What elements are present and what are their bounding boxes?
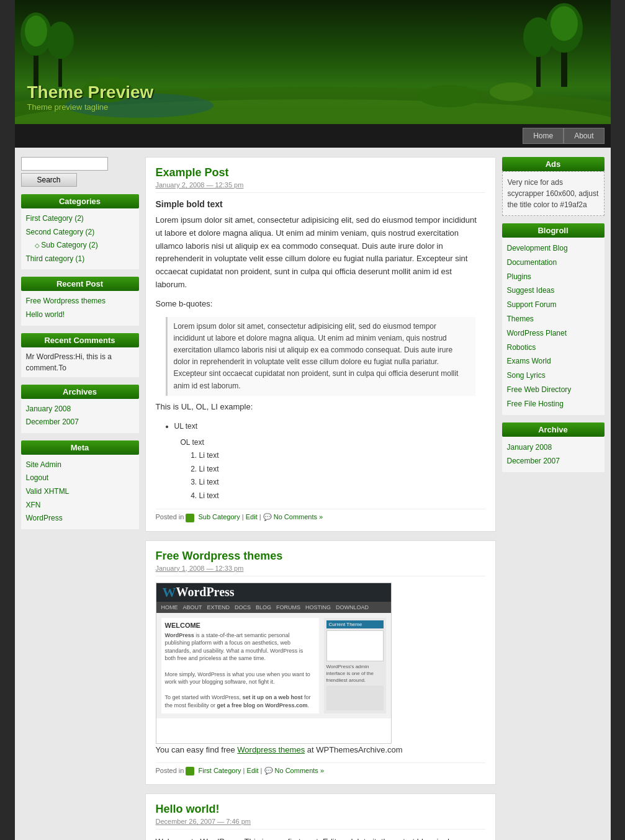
nav-about[interactable]: About: [564, 128, 604, 144]
ol-text: OL text: [181, 438, 485, 447]
sidebar-right: Ads Very nice for ads scycrapper 160x600…: [502, 157, 605, 840]
post-3-title: Hello world!: [156, 803, 485, 816]
post-1-body: Lorem ipsum dolor sit amet, consectetur …: [156, 214, 485, 292]
category-sub[interactable]: Sub Category (2): [26, 239, 134, 252]
post-2-body: You can easy find free Wordpress themes …: [156, 744, 485, 757]
blogroll-link-file-host[interactable]: Free File Hosting: [507, 397, 600, 411]
archive-title-right: Archive: [502, 422, 605, 437]
svg-point-14: [523, 17, 553, 57]
blogroll-link-planet[interactable]: WordPress Planet: [507, 326, 600, 341]
wp-welcome-box: WELCOME WordPress is a state-of-the-art …: [161, 618, 319, 713]
post-3-title-link[interactable]: Hello world!: [156, 803, 220, 815]
post-2-footer: Posted in First Category | Edit | 💬 No C…: [156, 762, 485, 775]
comment-icon: 💬: [264, 767, 273, 774]
search-button[interactable]: Search: [21, 173, 77, 187]
search-widget: Search: [21, 157, 139, 187]
blogroll-link-songs[interactable]: Song Lyrics: [507, 369, 600, 383]
navigation: Home About: [15, 124, 611, 148]
post-2-category[interactable]: First Category: [198, 767, 241, 774]
recent-comment-1: Mr WordPress:Hi, this is a comment.To: [26, 351, 134, 373]
blogroll-link-forum[interactable]: Support Forum: [507, 298, 600, 312]
main-content: Example Post January 2, 2008 — 12:35 pm …: [145, 157, 496, 840]
post-3: Hello world! December 26, 2007 — 7:46 pm…: [145, 793, 496, 840]
header-text: Theme Preview Theme preview tagline: [27, 83, 154, 112]
ads-text: Very nice for ads scycrapper 160x600, ad…: [508, 177, 599, 210]
svg-point-9: [47, 22, 74, 59]
blogroll-content: Development Blog Documentation Plugins S…: [502, 238, 605, 415]
meta-wordpress[interactable]: WordPress: [26, 512, 134, 525]
meta-title: Meta: [21, 440, 139, 455]
list-item: Li text: [199, 463, 485, 476]
archive-content-right: January 2008 December 2007: [502, 437, 605, 473]
post-3-body: Welcome to WordPress. This is your first…: [156, 836, 485, 840]
archive-dec-2007[interactable]: December 2007: [26, 416, 134, 429]
post-1-bold: Simple bold text: [156, 199, 485, 209]
site-header: Theme Preview Theme preview tagline: [15, 0, 611, 124]
recent-post-1[interactable]: Free Wordpress themes: [26, 295, 134, 308]
post-2-comments[interactable]: No Comments »: [275, 767, 324, 774]
category-third[interactable]: Third category (1): [26, 252, 134, 266]
wordpress-themes-link[interactable]: Wordpress themes: [237, 745, 305, 754]
post-1-blockquote-label: Some b-quotes:: [156, 298, 485, 311]
categories-widget: Categories First Category (2) Second Cat…: [21, 194, 139, 269]
post-1-edit[interactable]: Edit: [246, 513, 258, 521]
blogroll-widget: Blogroll Development Blog Documentation …: [502, 223, 605, 415]
ads-title: Ads: [502, 157, 605, 171]
blogroll-link-web-dir[interactable]: Free Web Directory: [507, 383, 600, 397]
post-1-list-label: This is UL, OL, LI example:: [156, 401, 485, 414]
post-2-title-link[interactable]: Free Wordpress themes: [156, 550, 283, 562]
meta-site-admin[interactable]: Site Admin: [26, 458, 134, 472]
list-item: Li text: [199, 476, 485, 489]
post-1-title-link[interactable]: Example Post: [156, 166, 229, 179]
post-2-edit[interactable]: Edit: [247, 767, 259, 774]
archive-widget-right: Archive January 2008 December 2007: [502, 422, 605, 473]
meta-valid-xhtml[interactable]: Valid XHTML: [26, 485, 134, 499]
comment-icon: 💬: [263, 513, 272, 521]
recent-comments-widget: Recent Comments Mr WordPress:Hi, this is…: [21, 333, 139, 377]
blogroll-link-docs[interactable]: Documentation: [507, 256, 600, 270]
blogroll-link-robotics[interactable]: Robotics: [507, 341, 600, 355]
meta-logout[interactable]: Logout: [26, 471, 134, 485]
archive-jan-2008[interactable]: January 2008: [26, 403, 134, 416]
meta-widget: Meta Site Admin Logout Valid XHTML XFN W…: [21, 440, 139, 529]
wp-logo: W: [163, 584, 176, 601]
site-tagline: Theme preview tagline: [27, 102, 154, 112]
svg-point-17: [490, 83, 533, 101]
post-1-blockquote: Lorem ipsum dolor sit amet, consectetur …: [166, 317, 475, 396]
post-2-date: January 1, 2008 — 12:33 pm: [156, 565, 485, 576]
recent-comments-title: Recent Comments: [21, 333, 139, 347]
meta-xfn[interactable]: XFN: [26, 499, 134, 512]
category-icon: [186, 767, 194, 775]
blogroll-link-ideas[interactable]: Suggest Ideas: [507, 284, 600, 298]
search-input[interactable]: [21, 157, 108, 171]
list-item: UL text: [174, 420, 485, 434]
post-1-category[interactable]: Sub Category: [198, 513, 240, 521]
blogroll-link-dev[interactable]: Development Blog: [507, 241, 600, 256]
archive-right-dec[interactable]: December 2007: [507, 454, 600, 468]
category-icon: [186, 514, 194, 522]
post-1-title: Example Post: [156, 166, 485, 179]
archives-widget: Archives January 2008 December 2007: [21, 385, 139, 433]
blogroll-link-exams[interactable]: Exams World: [507, 354, 600, 369]
wordpress-screenshot: W WordPress HOME ABOUT EXTEND DOCS BLOG …: [156, 583, 392, 744]
category-second[interactable]: Second Category (2): [26, 226, 134, 239]
blogroll-link-plugins[interactable]: Plugins: [507, 270, 600, 284]
post-1-ul: UL text: [174, 420, 485, 434]
post-1-comments[interactable]: No Comments »: [274, 513, 323, 521]
list-item: Li text: [199, 449, 485, 463]
ads-widget: Ads Very nice for ads scycrapper 160x600…: [502, 157, 605, 216]
blogroll-title: Blogroll: [502, 223, 605, 238]
post-3-date: December 26, 2007 — 7:46 pm: [156, 818, 485, 829]
archive-right-jan[interactable]: January 2008: [507, 440, 600, 455]
recent-post-2[interactable]: Hello world!: [26, 308, 134, 322]
post-1: Example Post January 2, 2008 — 12:35 pm …: [145, 157, 496, 532]
wp-nav-bar: HOME ABOUT EXTEND DOCS BLOG FORUMS HOSTI…: [156, 602, 391, 613]
svg-point-12: [551, 6, 578, 41]
post-1-footer: Posted in Sub Category | Edit | 💬 No Com…: [156, 509, 485, 522]
category-first[interactable]: First Category (2): [26, 212, 134, 226]
nav-home[interactable]: Home: [523, 128, 564, 144]
recent-post-title: Recent Post: [21, 277, 139, 291]
post-2-title: Free Wordpress themes: [156, 550, 485, 563]
post-2: Free Wordpress themes January 1, 2008 — …: [145, 540, 496, 785]
blogroll-link-themes[interactable]: Themes: [507, 312, 600, 326]
